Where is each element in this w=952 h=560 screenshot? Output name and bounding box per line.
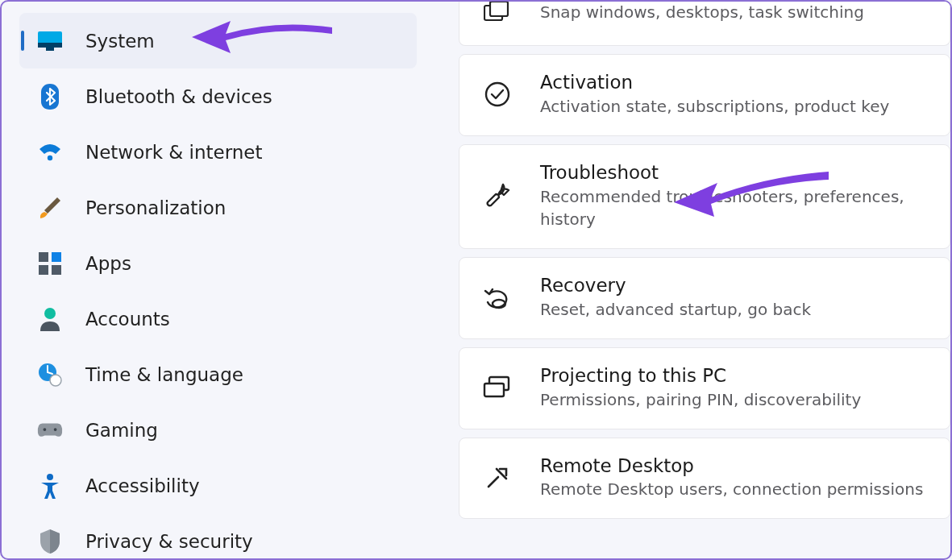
check-circle-icon bbox=[482, 79, 513, 110]
remote-desktop-icon bbox=[482, 463, 513, 493]
sidebar-item-network[interactable]: Network & internet bbox=[19, 124, 417, 180]
svg-point-11 bbox=[44, 428, 47, 431]
sidebar-item-label: Bluetooth & devices bbox=[85, 86, 272, 107]
svg-point-10 bbox=[50, 375, 61, 386]
sidebar-item-label: Privacy & security bbox=[85, 531, 253, 552]
sidebar-item-gaming[interactable]: Gaming bbox=[19, 402, 417, 458]
accessibility-icon bbox=[37, 473, 63, 499]
svg-rect-4 bbox=[39, 252, 48, 262]
card-troubleshoot[interactable]: Troubleshoot Recommended troubleshooters… bbox=[459, 144, 950, 249]
sidebar-item-label: System bbox=[85, 31, 155, 52]
system-icon bbox=[37, 28, 63, 54]
svg-point-12 bbox=[54, 428, 57, 431]
paintbrush-icon bbox=[37, 195, 63, 221]
card-title: Troubleshoot bbox=[540, 161, 930, 185]
svg-rect-1 bbox=[38, 43, 62, 48]
card-title: Recovery bbox=[540, 274, 811, 298]
sidebar-item-label: Accounts bbox=[85, 309, 170, 330]
card-activation[interactable]: Activation Activation state, subscriptio… bbox=[459, 54, 950, 136]
card-subtitle: Remote Desktop users, connection permiss… bbox=[540, 478, 923, 500]
wrench-icon bbox=[482, 180, 513, 211]
card-subtitle: Snap windows, desktops, task switching bbox=[540, 2, 864, 23]
card-title: Remote Desktop bbox=[540, 454, 923, 479]
sidebar-item-label: Accessibility bbox=[85, 475, 200, 496]
sidebar-item-label: Network & internet bbox=[85, 142, 263, 163]
sidebar-item-personalization[interactable]: Personalization bbox=[19, 180, 417, 235]
sidebar-item-privacy[interactable]: Privacy & security bbox=[19, 513, 417, 560]
sidebar-item-apps[interactable]: Apps bbox=[19, 235, 417, 291]
card-title: Projecting to this PC bbox=[540, 364, 861, 388]
svg-point-16 bbox=[486, 83, 509, 106]
settings-main: Snap windows, desktops, task switching A… bbox=[425, 2, 950, 558]
card-projecting[interactable]: Projecting to this PC Permissions, pairi… bbox=[459, 347, 950, 429]
svg-point-13 bbox=[47, 474, 53, 480]
account-icon bbox=[37, 306, 63, 332]
wifi-icon bbox=[37, 139, 63, 165]
svg-rect-6 bbox=[39, 265, 48, 275]
clock-globe-icon bbox=[37, 362, 63, 388]
svg-point-3 bbox=[48, 155, 52, 160]
apps-icon bbox=[37, 251, 63, 276]
bluetooth-icon bbox=[37, 84, 63, 110]
sidebar-item-label: Apps bbox=[85, 253, 131, 274]
svg-rect-2 bbox=[46, 48, 54, 51]
svg-rect-5 bbox=[52, 252, 61, 262]
sidebar-item-label: Time & language bbox=[85, 364, 243, 385]
recovery-icon bbox=[482, 282, 513, 313]
sidebar-item-system[interactable]: System bbox=[19, 13, 417, 68]
card-recovery[interactable]: Recovery Reset, advanced startup, go bac… bbox=[459, 257, 950, 339]
card-remote-desktop[interactable]: Remote Desktop Remote Desktop users, con… bbox=[459, 438, 950, 520]
svg-rect-19 bbox=[484, 384, 504, 396]
sidebar-item-label: Gaming bbox=[85, 420, 158, 441]
svg-rect-15 bbox=[490, 2, 508, 16]
card-title: Activation bbox=[540, 71, 889, 95]
sidebar-item-time-language[interactable]: Time & language bbox=[19, 346, 417, 402]
sidebar-item-label: Personalization bbox=[85, 197, 226, 218]
card-subtitle: Permissions, pairing PIN, discoverabilit… bbox=[540, 388, 861, 411]
svg-point-8 bbox=[44, 308, 56, 319]
sidebar-item-accessibility[interactable]: Accessibility bbox=[19, 458, 417, 513]
card-subtitle: Activation state, subscriptions, product… bbox=[540, 95, 889, 118]
project-icon bbox=[482, 372, 513, 403]
multitask-icon bbox=[482, 2, 513, 27]
gamepad-icon bbox=[37, 417, 63, 443]
svg-rect-7 bbox=[52, 265, 61, 275]
settings-sidebar: System Bluetooth & devices Network & int… bbox=[2, 2, 425, 558]
card-subtitle: Reset, advanced startup, go back bbox=[540, 298, 811, 321]
card-multitasking[interactable]: Snap windows, desktops, task switching bbox=[459, 2, 950, 46]
sidebar-item-accounts[interactable]: Accounts bbox=[19, 291, 417, 346]
shield-icon bbox=[37, 529, 63, 554]
card-subtitle: Recommended troubleshooters, preferences… bbox=[540, 185, 930, 230]
sidebar-item-bluetooth[interactable]: Bluetooth & devices bbox=[19, 68, 417, 124]
